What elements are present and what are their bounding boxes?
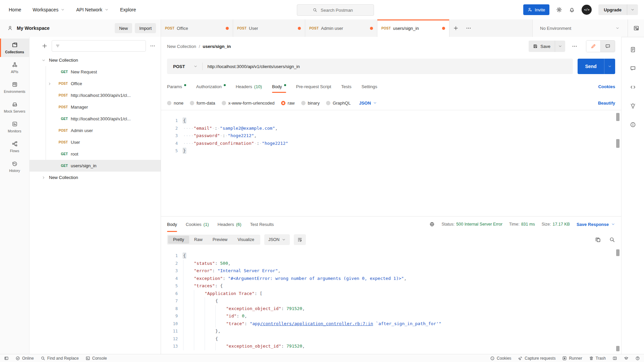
save-button[interactable]: Save [529,41,555,52]
scrollbar-thumb[interactable] [616,346,620,351]
tree-request-admin-user[interactable]: POSTAdmin user [30,125,161,136]
statusbar-capture-requests[interactable]: Capture requests [518,356,555,361]
tree-request-http-localhost-3000-api-v1-cl-[interactable]: POSThttp://localhost:3000/api/v1/cl... [30,89,161,101]
new-tab-button[interactable] [449,19,462,37]
response-body-viewer[interactable]: 1{2"status": 500,3"error": "Internal Ser… [161,247,621,354]
open-tab-user[interactable]: POSTUser [233,19,305,37]
body-mode-none[interactable]: none [167,101,183,106]
nav-explore[interactable]: Explore [120,7,136,12]
url-input[interactable]: http://localhost:3000/api/v1/clients/use… [207,64,300,69]
sidebar-filter[interactable] [52,40,146,52]
tree-collection[interactable]: New Collection [30,172,161,183]
search-response-icon[interactable] [609,237,615,243]
save-response-button[interactable]: Save Response [577,222,615,227]
import-button[interactable]: Import [135,23,156,33]
statusbar-trash[interactable]: Trash [589,356,606,361]
settings-gear-icon[interactable] [556,7,562,13]
info-icon[interactable] [626,118,640,131]
request-tab-pre-request-script[interactable]: Pre-request Script [296,77,331,96]
tree-request-http-localhost-3000-api-v1-cl-[interactable]: GEThttp://localhost:3000/api/v1/cl... [30,113,161,125]
response-tab-body[interactable]: Body [167,217,177,232]
open-tab-office[interactable]: POSTOffice [161,19,233,37]
scrollbar-thumb[interactable] [616,249,620,256]
pm-assistant-icon[interactable] [626,99,640,113]
response-tab-cookies[interactable]: Cookies(1) [186,217,209,232]
send-button[interactable]: Send [578,59,604,74]
global-search[interactable] [297,4,374,16]
response-tab-headers[interactable]: Headers(6) [218,217,241,232]
view-raw[interactable]: Raw [189,236,208,244]
body-mode-raw[interactable]: raw [281,101,295,106]
environment-selector[interactable]: No Environment [533,26,571,31]
rail-item-mock-servers[interactable]: Mock Servers [0,98,29,116]
rail-item-environments[interactable]: Environments [0,78,29,97]
tree-request-manager[interactable]: POSTManager [30,101,161,113]
body-mode-graphql[interactable]: GraphQL [326,101,351,106]
request-tab-authorization[interactable]: Authorization [196,77,226,96]
nav-workspaces[interactable]: Workspaces [33,7,65,12]
statusbar-find-and-replace[interactable]: Find and Replace [41,356,79,361]
statusbar-online[interactable]: Online [15,356,34,361]
code-snippet-icon[interactable] [626,80,640,94]
view-preview[interactable]: Preview [208,236,232,244]
cookies-link[interactable]: Cookies [598,77,615,96]
new-button[interactable]: New [115,23,132,33]
copy-icon[interactable] [595,237,601,243]
tree-request-user[interactable]: POSTUser [30,136,161,148]
open-tab-admin-user[interactable]: POSTAdmin user [305,19,377,37]
environment-quick-look-icon[interactable] [628,19,639,37]
request-body-editor[interactable]: 1{2····"email"·:·"sample2@example.com",3… [161,110,621,216]
tree-collection[interactable]: New Collection [30,54,161,66]
add-collection-icon[interactable] [42,43,48,49]
beautify-link[interactable]: Beautify [598,101,615,106]
statusbar-cookies[interactable]: Cookies [490,356,511,361]
statusbar-runner[interactable]: Runner [562,356,582,361]
response-language-selector[interactable]: JSON [264,234,290,245]
comment-mode-button[interactable] [601,41,615,52]
avatar[interactable]: </> [582,5,592,15]
workspace-title[interactable]: My Workspace [17,25,50,31]
sidebar-more-icon[interactable] [150,43,155,49]
rail-item-collections[interactable]: Collections [0,39,29,57]
scrollbar-thumb[interactable] [616,113,620,121]
help-icon[interactable] [635,356,640,361]
network-globe-icon[interactable] [429,222,435,227]
comments-icon[interactable] [626,62,640,75]
scrollbar-thumb[interactable] [616,139,620,148]
raw-language-selector[interactable]: JSON [359,101,377,106]
rail-item-apis[interactable]: APIs [0,58,29,77]
response-tab-test-results[interactable]: Test Results [250,217,274,232]
academy-icon[interactable] [624,356,629,361]
chevron-down-icon[interactable] [615,26,620,30]
body-mode-x-www-form-urlencoded[interactable]: x-www-form-urlencoded [222,101,275,106]
rail-item-flows[interactable]: Flows [0,137,29,156]
method-selector[interactable]: POST [167,64,202,69]
send-menu-chevron[interactable] [604,59,615,74]
nav-home[interactable]: Home [9,7,21,12]
breadcrumb-request-name[interactable]: users/sign_in [203,44,231,49]
request-tab-params[interactable]: Params [167,77,186,96]
breadcrumb-collection[interactable]: New Collection [167,44,196,49]
tab-options-button[interactable] [462,19,475,37]
documentation-icon[interactable] [626,43,640,56]
request-tab-headers[interactable]: Headers(10) [236,77,262,96]
request-tab-settings[interactable]: Settings [362,77,377,96]
view-pretty[interactable]: Pretty [168,236,189,244]
open-tab-users-sign-in[interactable]: POSTusers/sign_in [377,19,449,37]
invite-button[interactable]: Invite [523,4,549,15]
view-visualize[interactable]: Visualize [232,236,259,244]
tree-request-root[interactable]: GETroot [30,148,161,160]
upgrade-button[interactable]: Upgrade [598,4,638,15]
layout-icon[interactable] [4,356,9,361]
save-menu-chevron[interactable] [555,41,565,52]
wrap-text-button[interactable] [294,234,306,245]
upgrade-menu-chevron[interactable] [627,4,638,15]
edit-mode-button[interactable] [586,41,601,52]
body-mode-binary[interactable]: binary [301,101,320,106]
search-input[interactable] [320,7,358,13]
rail-item-monitors[interactable]: Monitors [0,118,29,136]
tree-request-users-sign-in[interactable]: GETusers/sign_in [30,160,161,172]
tree-request-office[interactable]: POSTOffice [30,78,161,89]
split-icon[interactable] [612,356,617,361]
nav-api-network[interactable]: API Network [76,7,109,12]
